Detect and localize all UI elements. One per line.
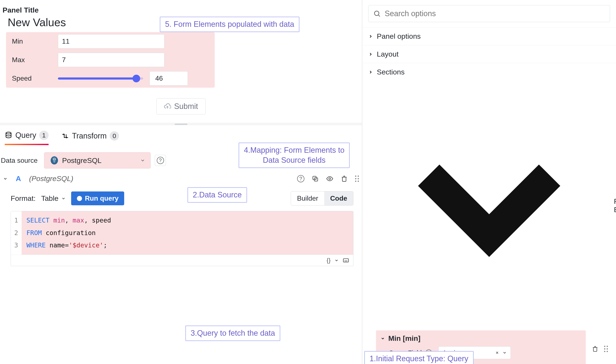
drag-handle-icon[interactable] xyxy=(355,176,359,182)
panel-title: Panel Title xyxy=(0,0,362,16)
svg-point-6 xyxy=(329,178,331,180)
max-input[interactable]: 7 xyxy=(58,53,164,67)
svg-point-9 xyxy=(374,11,379,15)
chevron-down-icon xyxy=(140,158,145,163)
copy-icon[interactable] xyxy=(312,175,319,182)
svg-point-0 xyxy=(6,132,11,134)
query-letter[interactable]: A xyxy=(13,174,24,183)
min-input[interactable]: 11 xyxy=(58,34,164,49)
section-form-elements[interactable]: Form Elements xyxy=(368,81,610,330)
chevron-down-icon xyxy=(368,85,610,326)
annotation-5: 5. Form Elements populated with data xyxy=(160,17,300,32)
annotation-1: 1.Initial Request Type: Query xyxy=(364,351,474,364)
pane-divider[interactable] xyxy=(0,123,362,125)
speed-label: Speed xyxy=(9,72,52,85)
tab-transform[interactable]: Transform 0 xyxy=(61,131,119,144)
chevron-down-icon xyxy=(503,351,507,355)
trash-icon[interactable] xyxy=(592,346,599,352)
section-sections[interactable]: Sections xyxy=(362,63,616,81)
chevron-down-icon xyxy=(61,196,66,201)
builder-code-switch: Builder Code xyxy=(291,191,353,206)
keyboard-icon[interactable] xyxy=(342,257,349,264)
builder-segment[interactable]: Builder xyxy=(291,192,324,205)
datasource-help-button[interactable]: ? xyxy=(155,155,166,166)
section-layout[interactable]: Layout xyxy=(362,45,616,63)
svg-rect-8 xyxy=(343,259,348,262)
trash-icon[interactable] xyxy=(341,175,348,182)
clear-icon[interactable] xyxy=(495,351,499,355)
annotation-2: 2.Data Source xyxy=(187,187,247,203)
chevron-down-icon xyxy=(381,336,385,341)
section-panel-options[interactable]: Panel options xyxy=(362,27,616,45)
tab-transform-label: Transform xyxy=(72,131,107,140)
run-query-label: Run query xyxy=(85,195,118,202)
query-ds-name: (PostgreSQL) xyxy=(29,174,292,183)
query-help-icon[interactable]: ? xyxy=(297,175,304,182)
form-elements-preview: Min 11 Max 7 Speed 46 xyxy=(6,32,215,88)
drag-handle-icon[interactable] xyxy=(604,346,608,352)
chevron-right-icon xyxy=(368,70,373,75)
database-icon xyxy=(5,131,12,139)
datasource-label: Data source xyxy=(1,156,40,164)
line-gutter: 123 xyxy=(11,211,22,255)
code-segment[interactable]: Code xyxy=(324,192,353,205)
search-field[interactable] xyxy=(385,9,605,18)
postgresql-icon xyxy=(49,156,59,165)
search-options-input[interactable] xyxy=(368,5,610,22)
max-label: Max xyxy=(9,53,52,66)
annotation-3: 3.Query to fetch the data xyxy=(185,325,280,341)
search-icon xyxy=(373,10,381,17)
svg-point-3 xyxy=(55,159,55,159)
chevron-right-icon xyxy=(368,34,373,39)
help-icon: ? xyxy=(157,157,164,164)
datasource-name: PostgreSQL xyxy=(62,156,102,165)
tab-query[interactable]: Query 1 xyxy=(5,131,49,145)
format-value: Table xyxy=(41,194,58,203)
speed-value-input[interactable]: 46 xyxy=(150,71,188,86)
annotation-4: 4.Mapping: Form Elements to Data Source … xyxy=(239,143,350,168)
chevron-down-icon[interactable] xyxy=(3,176,8,181)
speed-slider[interactable] xyxy=(58,78,143,79)
eye-icon[interactable] xyxy=(326,175,333,182)
chevron-right-icon xyxy=(368,52,373,57)
submit-label: Submit xyxy=(174,102,198,111)
tab-query-count: 1 xyxy=(39,131,49,140)
fe-min-header[interactable]: Min [min] xyxy=(376,330,586,346)
datasource-select[interactable]: PostgreSQL xyxy=(44,152,151,169)
svg-point-2 xyxy=(53,159,54,159)
run-query-button[interactable]: Run query xyxy=(71,192,124,205)
play-icon xyxy=(77,196,82,201)
tab-query-label: Query xyxy=(15,131,36,140)
sql-editor[interactable]: 123 SELECT min, max, speed FROM configur… xyxy=(11,211,353,266)
transform-icon xyxy=(61,132,69,140)
format-label: Format: xyxy=(11,194,36,203)
cloud-upload-icon xyxy=(164,103,171,110)
sql-code[interactable]: SELECT min, max, speed FROM configuratio… xyxy=(22,211,353,255)
min-label: Min xyxy=(9,35,52,48)
chevron-down-icon[interactable] xyxy=(334,258,339,262)
format-select[interactable]: Table xyxy=(41,194,66,203)
braces-icon[interactable]: {} xyxy=(327,257,330,264)
submit-button[interactable]: Submit xyxy=(156,98,205,115)
tab-transform-count: 0 xyxy=(110,131,119,141)
